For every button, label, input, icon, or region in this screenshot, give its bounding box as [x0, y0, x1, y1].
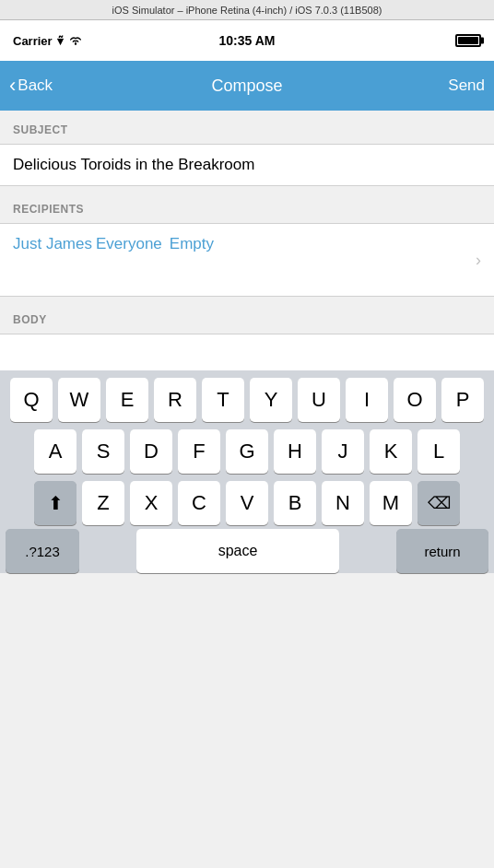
key-o[interactable]: O — [394, 378, 436, 422]
shift-key[interactable]: ⬆ — [34, 481, 76, 525]
keyboard: Q W E R T Y U I O P A S D F G H J K — [0, 370, 494, 573]
subject-label: SUBJECT — [0, 111, 494, 144]
key-t[interactable]: T — [202, 378, 244, 422]
delete-key[interactable]: ⌫ — [418, 481, 460, 525]
key-p[interactable]: P — [441, 378, 484, 422]
delete-icon: ⌫ — [428, 493, 451, 513]
wifi-icon: ▾̃ — [57, 34, 64, 48]
key-v[interactable]: V — [226, 481, 268, 525]
key-k[interactable]: K — [370, 429, 412, 474]
key-h[interactable]: H — [274, 429, 316, 474]
space-key[interactable]: space — [136, 529, 339, 573]
chevron-right-icon: › — [476, 251, 481, 270]
subject-field[interactable]: Delicious Toroids in the Breakroom — [0, 144, 494, 186]
key-a[interactable]: A — [34, 429, 76, 474]
body-section: BODY — [0, 300, 494, 370]
battery-icon — [455, 34, 481, 47]
keyboard-row-3: ⬆ Z X C V B N M ⌫ — [4, 481, 490, 525]
status-bar: Carrier ▾̃ 10:35 AM — [0, 20, 494, 61]
return-key[interactable]: return — [396, 529, 488, 573]
key-l[interactable]: L — [418, 429, 460, 474]
status-time: 10:35 AM — [219, 33, 276, 48]
keyboard-bottom-row: .?123 space return — [0, 529, 494, 573]
key-r[interactable]: R — [154, 378, 196, 422]
form-content: SUBJECT Delicious Toroids in the Breakro… — [0, 111, 494, 370]
simulator-title: iOS Simulator – iPhone Retina (4-inch) /… — [112, 5, 382, 16]
back-arrow-icon: ‹ — [9, 76, 16, 96]
send-button[interactable]: Send — [448, 76, 485, 95]
nav-title: Compose — [211, 76, 282, 96]
key-n[interactable]: N — [322, 481, 364, 525]
key-x[interactable]: X — [130, 481, 172, 525]
shift-icon: ⬆ — [48, 492, 64, 514]
key-w[interactable]: W — [58, 378, 100, 422]
key-d[interactable]: D — [130, 429, 172, 474]
recipients-list: Just James Everyone Empty — [13, 235, 481, 253]
key-z[interactable]: Z — [82, 481, 124, 525]
recipient-empty[interactable]: Empty — [170, 235, 214, 253]
recipient-everyone[interactable]: Everyone — [96, 235, 162, 253]
back-label: Back — [18, 76, 53, 95]
keyboard-row-2: A S D F G H J K L — [4, 429, 490, 474]
key-m[interactable]: M — [370, 481, 412, 525]
space-label: space — [218, 543, 258, 559]
wifi-icon — [68, 35, 83, 46]
return-label: return — [424, 544, 460, 559]
nav-bar: ‹ Back Compose Send — [0, 61, 494, 111]
key-j[interactable]: J — [322, 429, 364, 474]
key-u[interactable]: U — [298, 378, 340, 422]
numbers-label: .?123 — [25, 544, 60, 559]
key-s[interactable]: S — [82, 429, 124, 474]
key-e[interactable]: E — [106, 378, 148, 422]
keyboard-row-1: Q W E R T Y U I O P — [4, 378, 490, 422]
recipient-just-james[interactable]: Just James — [13, 235, 92, 253]
body-field[interactable] — [0, 334, 494, 370]
subject-value: Delicious Toroids in the Breakroom — [13, 156, 254, 173]
key-f[interactable]: F — [178, 429, 220, 474]
key-q[interactable]: Q — [10, 378, 53, 422]
recipients-field[interactable]: Just James Everyone Empty › — [0, 223, 494, 297]
key-y[interactable]: Y — [250, 378, 292, 422]
svg-point-0 — [75, 43, 76, 45]
key-c[interactable]: C — [178, 481, 220, 525]
keyboard-rows: Q W E R T Y U I O P A S D F G H J K — [0, 370, 494, 529]
key-g[interactable]: G — [226, 429, 268, 474]
body-label: BODY — [0, 300, 494, 334]
numbers-key[interactable]: .?123 — [6, 529, 79, 573]
back-button[interactable]: ‹ Back — [9, 76, 53, 96]
key-b[interactable]: B — [274, 481, 316, 525]
recipients-label: RECIPIENTS — [0, 190, 494, 223]
status-carrier: Carrier ▾̃ — [13, 34, 83, 48]
status-battery — [455, 34, 481, 47]
key-i[interactable]: I — [346, 378, 388, 422]
